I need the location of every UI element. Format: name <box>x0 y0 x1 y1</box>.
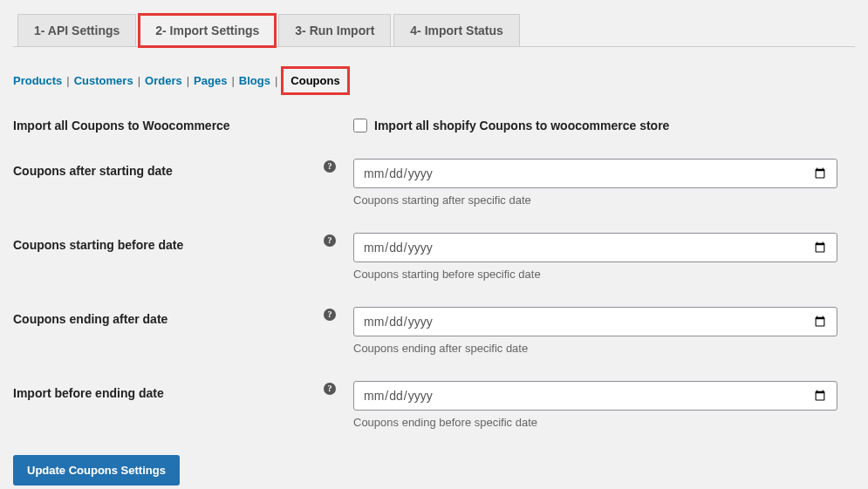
row-after-end: Coupons ending after date ? Coupons endi… <box>13 307 855 355</box>
help-icon[interactable]: ? <box>324 309 336 321</box>
label-after-end: Coupons ending after date <box>13 312 167 326</box>
label-import-all: Import all Coupons to Woocommerce <box>13 119 353 132</box>
separator: | <box>275 74 277 87</box>
separator: | <box>231 74 234 87</box>
subnav-orders[interactable]: Orders <box>145 74 182 87</box>
checkbox-label-import-all: Import all shopify Coupons to woocommerc… <box>374 119 669 132</box>
label-before-start: Coupons starting before date <box>13 238 183 252</box>
checkbox-import-all[interactable] <box>353 119 367 132</box>
subnav-coupons[interactable]: Coupons <box>284 69 346 92</box>
help-icon[interactable]: ? <box>324 383 336 395</box>
tab-import-settings[interactable]: 2- Import Settings <box>139 14 276 47</box>
separator: | <box>138 74 140 87</box>
subnav-blogs[interactable]: Blogs <box>239 74 270 87</box>
tab-run-import[interactable]: 3- Run Import <box>278 14 391 47</box>
update-coupons-settings-button[interactable]: Update Coupons Settings <box>13 455 180 486</box>
separator: | <box>187 74 189 87</box>
subnav-customers[interactable]: Customers <box>74 74 133 87</box>
help-text-after-start: Coupons starting after specific date <box>353 194 837 207</box>
subnav-pages[interactable]: Pages <box>194 74 227 87</box>
row-before-start: Coupons starting before date ? Coupons s… <box>13 233 855 281</box>
label-before-end: Import before ending date <box>13 386 164 400</box>
label-after-start: Coupons after starting date <box>13 164 173 178</box>
subnav-products[interactable]: Products <box>13 74 62 87</box>
row-after-start: Coupons after starting date ? Coupons st… <box>13 159 855 207</box>
separator: | <box>66 74 69 87</box>
tab-api-settings[interactable]: 1- API Settings <box>17 14 136 47</box>
input-before-start-date[interactable] <box>353 233 837 262</box>
help-text-after-end: Coupons ending after specific date <box>353 342 837 355</box>
help-icon[interactable]: ? <box>324 160 336 173</box>
row-before-end: Import before ending date ? Coupons endi… <box>13 381 855 429</box>
input-before-end-date[interactable] <box>353 381 837 411</box>
help-text-before-start: Coupons starting before specific date <box>353 268 837 281</box>
input-after-start-date[interactable] <box>353 159 837 188</box>
help-text-before-end: Coupons ending before specific date <box>353 416 837 429</box>
input-after-end-date[interactable] <box>353 307 837 336</box>
sub-nav: Products | Customers | Orders | Pages | … <box>13 69 855 92</box>
tab-import-status[interactable]: 4- Import Status <box>393 14 520 47</box>
row-import-all: Import all Coupons to Woocommerce Import… <box>13 119 855 132</box>
main-tabs: 1- API Settings 2- Import Settings 3- Ru… <box>13 13 855 47</box>
help-icon[interactable]: ? <box>324 234 336 247</box>
